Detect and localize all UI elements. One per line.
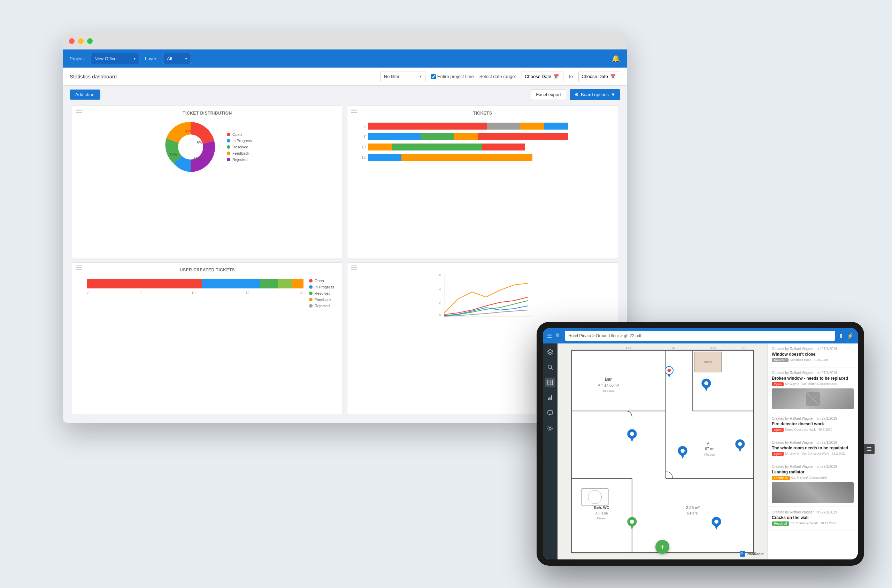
ticket-item[interactable]: Created by Raffael Wagner on 27/1/2019 L… xyxy=(767,461,858,507)
drag-handle[interactable] xyxy=(351,266,357,270)
excel-export-button[interactable]: Excel export xyxy=(531,89,566,100)
svg-rect-12 xyxy=(548,398,549,400)
board-options-button[interactable]: ⚙ Board options ▼ xyxy=(570,89,620,100)
date-from-input[interactable]: Choose Date 📅 xyxy=(522,71,563,82)
svg-point-16 xyxy=(549,428,551,429)
svg-text:A = 14.60 m²: A = 14.60 m² xyxy=(598,383,619,387)
pie-legend: Open In Progress Resolved Feedback Rejec… xyxy=(227,132,252,162)
calendar-from-icon: 📅 xyxy=(553,74,559,79)
svg-text:A = 4.56: A = 4.56 xyxy=(596,512,608,515)
sidebar-layers-icon[interactable] xyxy=(545,347,555,357)
ticket-panel: Created by Raffael Wagner on 27/1/2019 W… xyxy=(767,344,858,560)
hamburger-icon[interactable]: ☰ xyxy=(547,333,552,339)
filter-icon[interactable]: ⚡ xyxy=(847,333,854,339)
ticket-thumbnail xyxy=(772,482,854,503)
drag-handle[interactable] xyxy=(351,109,357,113)
share-icon[interactable]: ⬆ xyxy=(839,333,843,339)
floor-plan-svg: Bar A = 14.60 m² Fliesen Beh. WC A = 4.5… xyxy=(557,344,767,560)
pie-chart-svg xyxy=(163,119,218,175)
svg-text:P: P xyxy=(740,552,743,556)
ticket-tag: Open xyxy=(772,428,784,432)
svg-point-45 xyxy=(704,381,708,386)
tablet-screen: ☰ 🔍 Hotel Pinata > Ground floor > gf_22.… xyxy=(543,328,858,560)
user-created-chart: 0 5 10 15 20 Open In Progress Resolved F… xyxy=(77,276,338,311)
maximize-button[interactable] xyxy=(87,38,93,44)
minimize-button[interactable] xyxy=(78,38,84,44)
svg-text:0: 0 xyxy=(439,314,441,317)
tablet-search-path: Hotel Pinata > Ground floor > gf_22.pdf xyxy=(568,333,641,338)
project-label: Project: xyxy=(70,56,85,61)
sidebar-chart-icon[interactable] xyxy=(545,393,555,403)
svg-text:4.22: 4.22 xyxy=(626,346,632,350)
sidebar-chat-icon[interactable] xyxy=(545,408,555,418)
sidebar-settings-icon[interactable] xyxy=(545,424,555,434)
svg-text:Beh. WC: Beh. WC xyxy=(594,506,610,510)
add-pin-button[interactable]: + xyxy=(655,540,669,554)
window-titlebar xyxy=(63,33,627,50)
svg-point-43 xyxy=(668,369,671,372)
ticket-item[interactable]: Created by Raffael Wagner on 27/1/2019 F… xyxy=(767,413,858,437)
svg-rect-13 xyxy=(550,397,551,400)
project-dropdown[interactable]: New Office ▼ xyxy=(91,53,140,64)
tickets-chart: 3 7 xyxy=(352,119,613,168)
add-chart-button[interactable]: Add chart xyxy=(70,90,101,100)
svg-text:5.37: 5.37 xyxy=(670,346,676,350)
ticket-tag: Feedback xyxy=(772,476,790,480)
svg-line-8 xyxy=(551,368,553,370)
svg-point-49 xyxy=(680,448,685,453)
calendar-to-icon: 📅 xyxy=(610,74,616,79)
ticket-item[interactable]: Created by Raffael Wagner on 27/1/2019 B… xyxy=(767,368,858,413)
line-chart-svg: 8 4 2 0 xyxy=(356,271,610,323)
ticket-distribution-card: TICKET DISTRIBUTION xyxy=(72,105,343,258)
svg-text:Fliesen: Fliesen xyxy=(597,517,607,520)
svg-text:4: 4 xyxy=(439,287,441,291)
filter-dropdown[interactable]: No filter ▼ xyxy=(380,71,425,82)
close-button[interactable] xyxy=(69,38,75,44)
ticket-tag: Rejected xyxy=(772,358,788,362)
svg-rect-17 xyxy=(571,350,753,552)
ticket-item[interactable]: Created by Raffael Wagner on 27/1/2019 W… xyxy=(767,344,858,368)
ticket-tag: Open xyxy=(772,382,784,386)
ticket-distribution-title: TICKET DISTRIBUTION xyxy=(77,111,338,116)
svg-text:3.85: 3.85 xyxy=(710,346,716,350)
tablet-search-bar[interactable]: Hotel Pinata > Ground floor > gf_22.pdf xyxy=(565,331,835,340)
sidebar-map-icon[interactable] xyxy=(545,378,555,387)
gear-icon: ⚙ xyxy=(575,92,579,97)
date-to-input[interactable]: Choose Date 📅 xyxy=(578,71,620,82)
svg-rect-14 xyxy=(551,395,552,400)
entire-project-time-checkbox[interactable]: Entire project time xyxy=(431,74,474,79)
svg-text:Fliesen: Fliesen xyxy=(704,453,715,456)
drag-handle[interactable] xyxy=(76,109,82,113)
svg-text:67 m²: 67 m² xyxy=(705,447,715,451)
svg-text:8: 8 xyxy=(439,273,441,277)
svg-text:2.25 m²: 2.25 m² xyxy=(686,505,700,510)
svg-rect-15 xyxy=(548,411,553,414)
drag-handle[interactable] xyxy=(76,266,82,270)
tablet-content: Bar A = 14.60 m² Fliesen Beh. WC A = 4.5… xyxy=(543,344,858,560)
search-icon[interactable]: 🔍 xyxy=(556,333,561,339)
svg-text:6 Pers.: 6 Pers. xyxy=(687,511,698,515)
ticket-tag: Resolved xyxy=(772,522,789,526)
layer-dropdown-arrow: ▼ xyxy=(184,57,188,61)
sidebar-zoom-icon[interactable] xyxy=(545,362,555,372)
ticket-tag: Open xyxy=(772,452,784,456)
svg-text:Room: Room xyxy=(704,360,712,364)
planradar-logo: P PlanRadar xyxy=(740,551,764,556)
ticket-thumbnail xyxy=(772,388,854,409)
layer-dropdown[interactable]: All ▼ xyxy=(163,53,191,64)
svg-text:Fliesen: Fliesen xyxy=(603,389,614,393)
notification-bell-icon[interactable]: 🔔 xyxy=(611,54,620,63)
date-separator: to xyxy=(569,74,573,79)
svg-point-7 xyxy=(548,365,551,369)
ticket-item[interactable]: Created by Raffael Wagner on 27/1/2019 C… xyxy=(767,507,858,531)
user-created-legend: Open In Progress Resolved Feedback Rejec… xyxy=(309,279,334,308)
dashboard-title: Statistics dashboard xyxy=(70,74,375,80)
select-date-range-label: Select date range: xyxy=(479,74,517,79)
user-created-card: USER CREATED TICKETS xyxy=(72,262,343,415)
line-chart-area: 8 4 2 0 xyxy=(352,267,613,328)
ticket-item[interactable]: Created by Raffael Wagner on 27/1/2019 T… xyxy=(767,437,858,461)
tablet-sidebar xyxy=(543,344,557,560)
floor-plan[interactable]: Bar A = 14.60 m² Fliesen Beh. WC A = 4.5… xyxy=(557,344,767,560)
project-dropdown-arrow: ▼ xyxy=(133,57,136,61)
svg-text:A =: A = xyxy=(707,441,713,446)
